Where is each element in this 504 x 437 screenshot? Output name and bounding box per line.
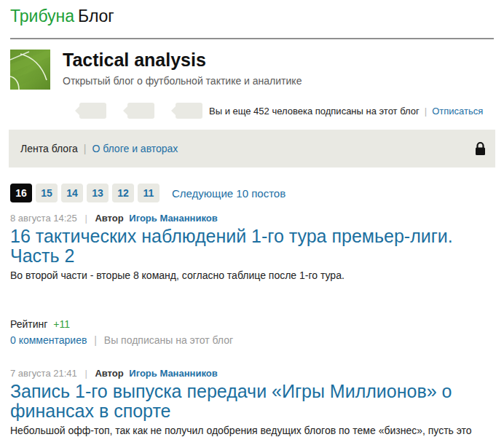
football-pitch-image <box>10 50 50 90</box>
unsubscribe-link[interactable]: Отписаться <box>432 106 483 117</box>
author-prefix: Автор <box>95 368 123 379</box>
rating-value: +11 <box>53 318 70 330</box>
post-date: 8 августа 14:25 <box>10 213 77 224</box>
tribuna-brand-link[interactable]: Трибуна <box>10 7 74 25</box>
post-excerpt: Во второй части - вторые 8 команд, согла… <box>10 269 494 281</box>
separator: | <box>79 368 92 379</box>
author-link[interactable]: Игорь Мананников <box>129 213 217 224</box>
separator: | <box>79 213 92 224</box>
rating-label: Рейтинг <box>10 318 47 330</box>
post-meta: 8 августа 14:25 | Автор Игорь Мананников <box>10 213 494 224</box>
page-button[interactable]: 13 <box>87 184 109 202</box>
page-button[interactable]: 15 <box>36 184 58 202</box>
nav-item-about[interactable]: О блоге и авторах <box>92 143 178 154</box>
post-title-link[interactable]: 16 тактических наблюдений 1-го тура прем… <box>10 227 494 266</box>
nav-item-feed[interactable]: Лента блога <box>20 143 78 154</box>
separator: | <box>90 334 101 346</box>
blog-title: Tactical analysis <box>63 50 302 69</box>
next-posts-link[interactable]: Следующие 10 постов <box>172 187 286 200</box>
share-widget-placeholder[interactable] <box>127 103 154 119</box>
share-widget-placeholder[interactable] <box>176 103 202 119</box>
page-button[interactable]: 14 <box>61 184 83 202</box>
post-item: 8 августа 14:25 | Автор Игорь Мананников… <box>10 213 494 346</box>
post-title-link[interactable]: Запись 1-го выпуска передачи «Игры Милли… <box>10 382 494 421</box>
site-header: ТрибунаБлог <box>10 6 494 26</box>
blog-description: Открытый блог о футбольной тактике и ана… <box>63 75 302 87</box>
post-rating: Рейтинг +11 <box>10 318 494 330</box>
lock-icon <box>475 141 486 156</box>
pagination: 16 15 14 13 12 11 Следующие 10 постов <box>10 184 494 202</box>
comments-link[interactable]: 0 комментариев <box>10 334 87 346</box>
page-button[interactable]: 12 <box>112 184 134 202</box>
page-button[interactable]: 11 <box>138 184 160 202</box>
author-prefix: Автор <box>95 213 123 224</box>
subscription-status-text: Вы и еще 452 человека подписаны на этот … <box>209 106 420 117</box>
subscribed-note: Вы подписаны на этот блог <box>104 334 233 346</box>
author-link[interactable]: Игорь Мананников <box>129 368 217 379</box>
blog-nav-bar: Лента блога | О блоге и авторах <box>9 130 495 168</box>
post-date: 7 августа 21:41 <box>10 368 77 379</box>
page: ТрибунаБлог Tactical a <box>0 0 504 437</box>
subscription-row: Вы и еще 452 человека подписаны на этот … <box>10 102 494 119</box>
page-button-active[interactable]: 16 <box>10 184 32 202</box>
post-meta: 7 августа 21:41 | Автор Игорь Мананников <box>10 368 494 379</box>
blog-info: Tactical analysis Открытый блог о футбол… <box>63 50 302 90</box>
post-excerpt: Небольшой офф-топ, так как не получил од… <box>10 425 494 437</box>
share-widget-placeholder[interactable] <box>79 103 106 119</box>
football-pitch-thumbnail <box>10 50 50 90</box>
separator: | <box>78 143 92 154</box>
separator: | <box>420 106 432 117</box>
blog-header: Tactical analysis Открытый блог о футбол… <box>10 50 494 90</box>
post-item: 7 августа 21:41 | Автор Игорь Мананников… <box>10 368 494 437</box>
post-footer: 0 комментариев | Вы подписаны на этот бл… <box>10 334 494 346</box>
section-title: Блог <box>78 7 114 25</box>
header-divider <box>10 38 494 39</box>
